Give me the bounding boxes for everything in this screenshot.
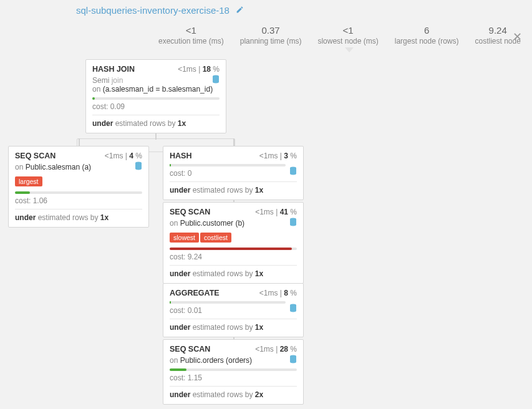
- cost-bar: [92, 97, 220, 100]
- node-title: HASH JOIN: [92, 65, 135, 74]
- node-subtext: on Public.orders (orders): [170, 356, 297, 365]
- node-title: SEQ SCAN: [170, 345, 210, 354]
- metric-value: <1: [317, 25, 378, 36]
- estimate-line: under estimated rows by 1x: [15, 213, 142, 222]
- node-timing: <1ms | 18 %: [178, 65, 220, 74]
- cost-bar: [170, 368, 297, 371]
- metric-label: execution time (ms): [158, 37, 224, 46]
- cost-line: cost: 1.15: [170, 373, 297, 382]
- badge-costliest: costliest: [200, 233, 231, 243]
- node-seqscan-customer[interactable]: SEQ SCAN <1ms | 41 % on Public.customer …: [163, 202, 304, 284]
- metric-value: 0.37: [240, 25, 302, 36]
- database-icon: [289, 304, 297, 312]
- node-hash-join[interactable]: HASH JOIN <1ms | 18 % Semi join on (a.sa…: [85, 59, 226, 133]
- database-icon: [212, 75, 220, 84]
- close-icon[interactable]: ✕: [513, 30, 522, 44]
- metric-label: largest node (rows): [395, 37, 459, 46]
- node-timing: <1ms | 41 %: [255, 208, 297, 216]
- cost-line: cost: 1.06: [15, 196, 142, 205]
- metric-largest: 6 largest node (rows): [395, 25, 459, 46]
- node-title: SEQ SCAN: [15, 152, 56, 160]
- cost-bar: [170, 248, 297, 250]
- node-timing: <1ms | 3 %: [259, 152, 297, 160]
- database-icon: [289, 355, 297, 363]
- node-timing: <1ms | 4 %: [105, 152, 142, 160]
- node-timing: <1ms | 8 %: [259, 289, 297, 297]
- node-subtext: on Public.salesman (a): [15, 163, 142, 171]
- node-title: SEQ SCAN: [170, 208, 210, 216]
- page-title: sql-subqueries-inventory-exercise-18: [76, 5, 244, 16]
- estimate-line: under estimated rows by 1x: [170, 269, 297, 278]
- metric-label: slowest node (ms): [317, 37, 378, 46]
- node-timing: <1ms | 28 %: [255, 345, 297, 354]
- estimate-line: under estimated rows by 1x: [170, 186, 297, 195]
- node-seqscan-orders[interactable]: SEQ SCAN <1ms | 28 % on Public.orders (o…: [163, 339, 304, 405]
- node-hash[interactable]: HASH <1ms | 3 % cost: 0 under estimated …: [163, 146, 304, 200]
- badge-largest: largest: [15, 176, 42, 186]
- database-icon: [289, 218, 297, 226]
- cost-bar: [170, 164, 286, 166]
- cost-bar: [15, 191, 142, 194]
- node-subtext: on Public.customer (b): [170, 219, 297, 228]
- cost-line: cost: 9.24: [170, 253, 297, 261]
- badge-slowest: slowest: [170, 233, 199, 243]
- cost-line: cost: 0.09: [92, 102, 220, 111]
- node-aggregate[interactable]: AGGREGATE <1ms | 8 % cost: 0.01 under es…: [163, 283, 304, 337]
- node-subtext: Semi join on (a.salesman_id = b.salesman…: [92, 76, 220, 94]
- node-title: AGGREGATE: [170, 289, 220, 297]
- database-icon: [289, 166, 297, 175]
- cost-line: cost: 0: [170, 169, 297, 178]
- metric-label: planning time (ms): [240, 37, 302, 46]
- metric-value: <1: [158, 25, 224, 36]
- estimate-line: under estimated rows by 1x: [170, 323, 297, 332]
- cost-bar: [170, 301, 286, 304]
- title-text: sql-subqueries-inventory-exercise-18: [76, 5, 230, 16]
- metric-value: 6: [395, 25, 459, 36]
- metrics-pointer-icon: [345, 47, 354, 52]
- node-seqscan-salesman[interactable]: SEQ SCAN <1ms | 4 % on Public.salesman (…: [8, 146, 149, 228]
- metric-slowest: <1 slowest node (ms): [317, 25, 378, 46]
- cost-line: cost: 0.01: [170, 306, 297, 315]
- estimate-line: under estimated rows by 1x: [92, 119, 220, 128]
- edit-icon[interactable]: [236, 5, 244, 16]
- estimate-line: under estimated rows by 2x: [170, 390, 297, 399]
- metric-exec-time: <1 execution time (ms): [158, 25, 224, 46]
- metric-plan-time: 0.37 planning time (ms): [240, 25, 302, 46]
- metrics-bar: <1 execution time (ms) 0.37 planning tim…: [158, 25, 521, 46]
- node-title: HASH: [170, 152, 191, 160]
- database-icon: [135, 161, 142, 170]
